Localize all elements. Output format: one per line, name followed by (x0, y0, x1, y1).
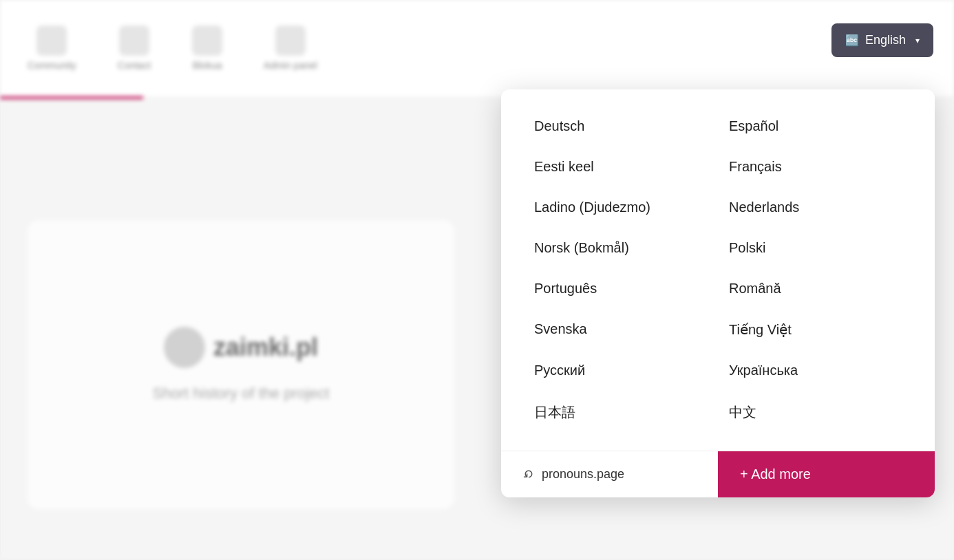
nav-community-label: Community (28, 60, 76, 71)
lang-option-espanol[interactable]: Español (718, 106, 913, 147)
lang-option-chinese[interactable]: 中文 (718, 391, 913, 434)
nav-admin-label: Admin panel (264, 60, 317, 71)
nav-contact-label: Contact (118, 60, 151, 71)
nav-contact: Contact (118, 25, 151, 71)
nav-blokua: Blokua (192, 25, 222, 71)
add-more-button[interactable]: + Add more (718, 451, 935, 497)
card-logo-text: zaimki.pl (213, 333, 318, 362)
card-background: zaimki.pl Short history of the project (28, 220, 454, 509)
card-subtitle: Short history of the project (153, 385, 330, 402)
card-logo: zaimki.pl (164, 327, 318, 368)
lang-option-eesti[interactable]: Eesti keel (523, 147, 718, 187)
language-dropdown: Deutsch Español Eesti keel Français Ladi… (501, 89, 935, 497)
admin-icon (275, 25, 306, 56)
language-label: English (865, 33, 906, 47)
language-grid: Deutsch Español Eesti keel Français Ladi… (501, 89, 935, 451)
blokua-icon (192, 25, 222, 56)
translate-icon: 🔤 (845, 34, 858, 47)
lang-option-japanese[interactable]: 日本語 (523, 391, 718, 434)
header-background: Community Contact Blokua Admin panel (0, 0, 954, 96)
nav-admin: Admin panel (264, 25, 317, 71)
lang-option-norsk[interactable]: Norsk (Bokmål) (523, 228, 718, 268)
lang-option-ladino[interactable]: Ladino (Djudezmo) (523, 187, 718, 228)
lang-option-portugues[interactable]: Português (523, 268, 718, 309)
nav-blokua-label: Blokua (193, 60, 222, 71)
logo-icon (164, 327, 205, 368)
lang-option-ukrainian[interactable]: Українська (718, 350, 913, 391)
lang-option-deutsch[interactable]: Deutsch (523, 106, 718, 147)
community-icon (36, 25, 67, 56)
language-selector-button[interactable]: 🔤 English ▾ (831, 23, 933, 57)
link-icon: ⟲ (519, 465, 537, 483)
lang-option-polski[interactable]: Polski (718, 228, 913, 268)
nav-community: Community (28, 25, 76, 71)
lang-option-francais[interactable]: Français (718, 147, 913, 187)
chevron-down-icon: ▾ (915, 36, 920, 45)
add-more-label: + Add more (740, 466, 811, 482)
lang-option-nederlands[interactable]: Nederlands (718, 187, 913, 228)
contact-icon (119, 25, 149, 56)
lang-option-romana[interactable]: Română (718, 268, 913, 309)
lang-option-tieng-viet[interactable]: Tiếng Việt (718, 309, 913, 350)
pronouns-page-link[interactable]: ⟲ pronouns.page (501, 451, 718, 497)
lang-option-russian[interactable]: Русский (523, 350, 718, 391)
pronouns-link-label: pronouns.page (542, 467, 624, 482)
dropdown-footer: ⟲ pronouns.page + Add more (501, 451, 935, 497)
lang-option-svenska[interactable]: Svenska (523, 309, 718, 350)
